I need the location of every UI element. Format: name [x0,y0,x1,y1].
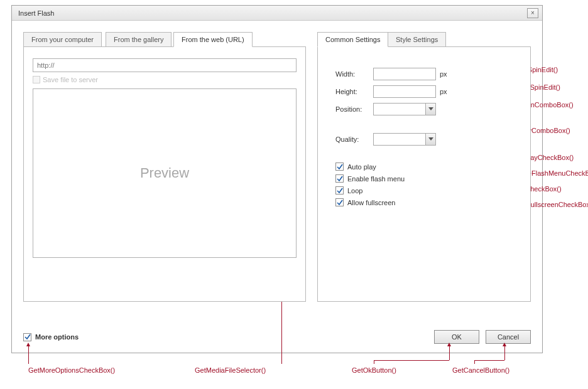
quality-combobox[interactable] [373,133,436,146]
preview-area: Preview [33,88,297,258]
common-settings-tabpanel: Width: px Height: px Position: [317,46,531,302]
position-combobox[interactable] [373,103,436,115]
more-options-label: More options [35,333,79,341]
annotation-mediafile: GetMediaFileSelector() [195,366,266,374]
quality-label: Quality: [335,136,373,143]
chevron-down-icon [425,104,435,115]
media-file-selector: From your computer From the gallery From… [23,32,306,302]
allow-fullscreen-label: Allow fullscreen [347,199,395,206]
save-file-checkbox [33,76,40,83]
tab-from-gallery[interactable]: From the gallery [106,32,172,47]
annotation-ok: GetOkButton() [352,366,396,374]
allow-fullscreen-checkbox[interactable] [335,198,344,206]
source-tabstrip: From your computer From the gallery From… [23,32,306,47]
tab-common-settings[interactable]: Common Settings [317,32,388,47]
save-file-row: Save file to server [33,76,297,83]
loop-checkbox[interactable] [335,186,344,194]
annotation-line [28,346,29,364]
annotation-moreoptions: GetMoreOptionsCheckBox() [28,366,115,374]
position-label: Position: [335,105,373,113]
preview-placeholder: Preview [140,165,189,181]
height-input[interactable] [373,85,436,98]
chevron-down-icon [425,134,435,145]
settings-tabstrip: Common Settings Style Settings [317,32,531,47]
close-button[interactable]: × [527,8,538,18]
dialog-body: From your computer From the gallery From… [12,21,542,353]
close-icon: × [531,9,535,16]
height-label: Height: [335,88,373,95]
annotation-line [374,360,374,364]
ok-button[interactable]: OK [434,330,479,344]
annotation-line [474,360,475,364]
autoplay-checkbox[interactable] [335,163,344,171]
svg-marker-0 [428,107,433,110]
annotation-line [281,296,282,364]
more-options-checkbox[interactable] [23,333,31,341]
width-unit: px [440,70,447,78]
tab-from-computer[interactable]: From your computer [23,32,102,47]
url-input[interactable] [33,58,297,72]
enable-flash-menu-checkbox[interactable] [335,174,344,183]
dialog-title: Insert Flash [18,9,527,17]
source-tabpanel: Save file to server Preview [23,46,306,302]
annotation-line [504,346,505,360]
insert-flash-dialog: Insert Flash × From your computer From t… [11,5,543,353]
annotation-line [449,346,450,360]
tab-style-settings[interactable]: Style Settings [388,32,446,47]
enable-flash-menu-label: Enable flash menu [347,175,405,183]
height-unit: px [440,88,447,95]
width-label: Width: [335,70,373,78]
svg-marker-1 [428,137,433,141]
annotation-line [374,360,449,361]
cancel-button[interactable]: Cancel [486,330,531,344]
bottom-bar: More options OK Cancel [23,330,531,344]
annotation-line [474,360,504,361]
titlebar: Insert Flash × [12,6,542,21]
settings-panel: Common Settings Style Settings Width: px… [317,32,531,302]
save-file-label: Save file to server [43,76,98,83]
loop-label: Loop [347,187,362,194]
width-input[interactable] [373,68,436,80]
autoplay-label: Auto play [347,163,376,171]
annotation-cancel: GetCancelButton() [452,366,509,374]
tab-from-web[interactable]: From the web (URL) [173,32,253,47]
